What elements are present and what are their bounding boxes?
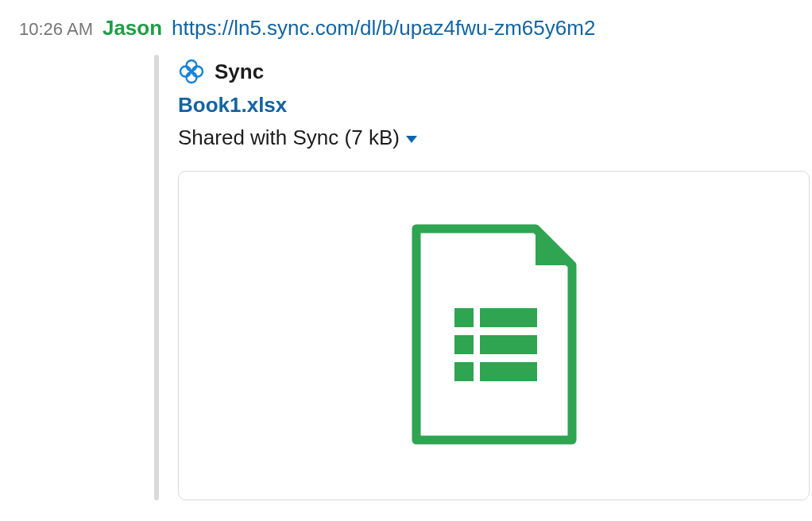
message-link[interactable]: https://ln5.sync.com/dl/b/upaz4fwu-zm65y… bbox=[172, 16, 595, 41]
caret-down-icon[interactable] bbox=[406, 136, 417, 143]
attachment-source-row: Sync bbox=[178, 58, 810, 85]
svg-rect-9 bbox=[480, 362, 537, 381]
svg-rect-4 bbox=[454, 308, 474, 327]
attachment-block: Sync Book1.xlsx Shared with Sync (7 kB) bbox=[154, 55, 812, 500]
svg-point-0 bbox=[187, 60, 197, 71]
message-timestamp: 10:26 AM bbox=[19, 19, 93, 40]
svg-rect-6 bbox=[454, 335, 474, 354]
svg-point-2 bbox=[180, 67, 191, 77]
attachment-content: Sync Book1.xlsx Shared with Sync (7 kB) bbox=[159, 55, 810, 500]
attachment-source-name: Sync bbox=[215, 60, 264, 84]
attachment-preview[interactable] bbox=[178, 171, 810, 500]
svg-point-1 bbox=[187, 72, 197, 83]
message-header: 10:26 AM Jason https://ln5.sync.com/dl/b… bbox=[19, 16, 812, 41]
svg-rect-7 bbox=[480, 335, 537, 354]
svg-rect-5 bbox=[480, 308, 537, 327]
sync-icon bbox=[178, 58, 205, 85]
message-username[interactable]: Jason bbox=[102, 16, 162, 41]
spreadsheet-file-icon bbox=[407, 219, 582, 453]
attachment-file-info: Shared with Sync (7 kB) bbox=[178, 125, 400, 150]
svg-rect-8 bbox=[454, 362, 474, 381]
attachment-info-row: Shared with Sync (7 kB) bbox=[178, 125, 810, 150]
attachment-file-link[interactable]: Book1.xlsx bbox=[178, 93, 810, 118]
svg-point-3 bbox=[192, 67, 203, 77]
